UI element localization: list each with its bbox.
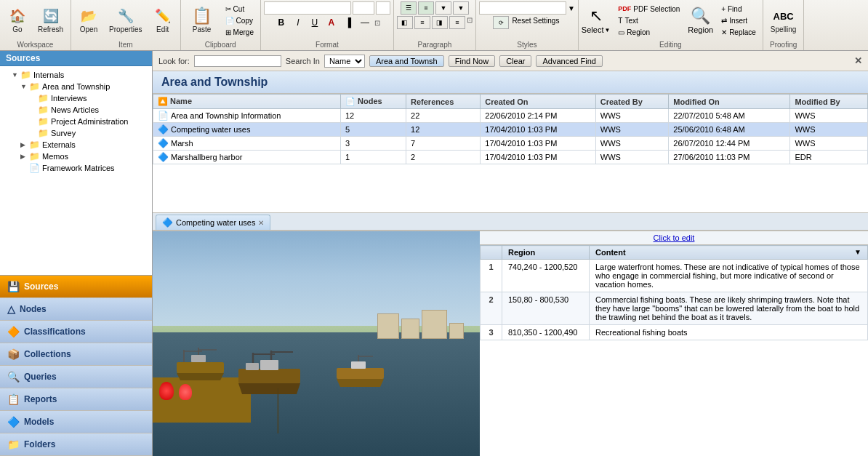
col-created-by[interactable]: Created By [595, 95, 669, 109]
font-color-button[interactable]: A [324, 16, 339, 29]
search-in-label: Search In [286, 57, 320, 65]
tree-item-area-township[interactable]: ▼ 📁 Area and Township [0, 81, 152, 92]
look-for-input[interactable] [194, 55, 281, 67]
sidebar-tree[interactable]: ▼ 📁 Internals ▼ 📁 Area and Township 📁 In… [0, 66, 152, 275]
list-number-button[interactable]: ≡ [418, 1, 434, 15]
reset-settings-button[interactable]: ⟳ [493, 16, 509, 29]
align-left-button[interactable]: ◧ [397, 16, 413, 29]
col-nodes[interactable]: 📄 Nodes [340, 95, 406, 109]
paragraph-expand[interactable]: ⊡ [467, 16, 473, 29]
style-expand[interactable]: ▼ [568, 4, 575, 12]
nav-item-queries[interactable]: 🔍 Queries [0, 366, 152, 388]
nav-item-models[interactable]: 🔷 Models [0, 411, 152, 433]
styles-group: ▼ ⟳ Reset Settings Styles [476, 0, 579, 50]
tree-item-externals[interactable]: ▶ 📁 Externals [0, 139, 152, 151]
open-button[interactable]: 📂 Open [74, 6, 103, 35]
col-created-on[interactable]: Created On [481, 95, 595, 109]
look-for-label: Look for: [158, 57, 190, 65]
edit-button[interactable]: ✏️ Edit [148, 6, 177, 35]
underline-button[interactable]: U [308, 16, 322, 29]
click-to-edit-link[interactable]: Click to edit [654, 233, 695, 242]
go-button[interactable]: 🏠 Go [3, 6, 32, 35]
italic-button[interactable]: I [291, 16, 305, 29]
edit-actions-col: + Find ⇄ Insert ✕ Replace [718, 4, 760, 38]
list-style2-button[interactable]: ▼ [453, 1, 469, 15]
highlight-button[interactable]: ▐ [341, 16, 355, 29]
pdf-selection-button[interactable]: PDF PDF Selection [614, 4, 683, 15]
nav-item-folders[interactable]: 📁 Folders [0, 433, 152, 456]
select-group: ↖ Select ▼ [582, 7, 611, 34]
cell-created-on: 17/04/2010 1:03 PM [481, 123, 595, 137]
col-modified-on[interactable]: Modified On [669, 95, 790, 109]
copy-button[interactable]: 📄 Copy [222, 15, 257, 26]
advanced-find-button[interactable]: Advanced Find [536, 55, 602, 67]
nav-item-reports[interactable]: 📋 Reports [0, 388, 152, 411]
format-label: Format [316, 41, 339, 49]
replace-button[interactable]: ⇄ Insert [718, 15, 760, 26]
cell-row-num: 2 [481, 292, 502, 325]
tree-item-survey[interactable]: 📁 Survey [0, 127, 152, 139]
strikethrough-button[interactable]: — [358, 16, 372, 29]
cell-region: 740,240 - 1200,520 [502, 260, 590, 292]
detail-scroll[interactable]: Region Content ▼ 1 740,240 - 1200 [480, 245, 868, 456]
select-btn[interactable]: Select ▼ [582, 25, 611, 34]
table-row[interactable]: 🔷Competing water uses 5 12 17/04/2010 1:… [153, 123, 868, 137]
cut-button[interactable]: ✂ Cut [222, 4, 257, 15]
col-name[interactable]: 🔼 Name [153, 95, 341, 109]
models-nav-label: Models [24, 417, 54, 427]
expand-externals-icon: ▶ [20, 141, 29, 148]
table-row[interactable]: 📄Area and Township Information 12 22 22/… [153, 109, 868, 123]
nav-item-sources[interactable]: 💾 Sources [0, 276, 152, 298]
clipboard-label: Clipboard [205, 41, 236, 49]
tree-item-news[interactable]: 📁 News Articles [0, 104, 152, 116]
col-content-header[interactable]: Content ▼ [590, 246, 868, 260]
table-row[interactable]: 🔷Marshallberg harbor 1 2 17/04/2010 1:03… [153, 151, 868, 164]
nav-item-nodes[interactable]: △ Nodes [0, 298, 152, 321]
nav-item-collections[interactable]: 📦 Collections [0, 343, 152, 366]
properties-button[interactable]: 🔧 Properties [105, 6, 147, 35]
region-button[interactable]: ▭ Region [614, 27, 683, 38]
refresh-button[interactable]: 🔄 Refresh [33, 6, 68, 35]
list-bullet-button[interactable]: ☰ [401, 1, 417, 15]
cell-nodes: 3 [340, 137, 406, 151]
insert-button[interactable]: + Find [718, 4, 760, 15]
col-references[interactable]: References [406, 95, 481, 109]
tree-item-project-admin[interactable]: 📁 Project Administration [0, 116, 152, 127]
align-justify-button[interactable]: ≡ [449, 16, 465, 29]
search-close-button[interactable]: ✕ [854, 55, 862, 66]
nav-item-classifications[interactable]: 🔶 Classifications [0, 321, 152, 343]
font-size[interactable] [353, 1, 374, 15]
select-icon[interactable]: ↖ [590, 7, 603, 25]
col-modified-by[interactable]: Modified By [790, 95, 868, 109]
tree-item-interviews[interactable]: 📁 Interviews [0, 92, 152, 104]
format-expand[interactable]: ⊡ [374, 19, 380, 27]
paste-button[interactable]: 📋 Paste [184, 6, 220, 35]
tab-close-button[interactable]: ✕ [258, 219, 264, 227]
filter-icon[interactable]: ▼ [854, 248, 861, 256]
tree-item-framework[interactable]: 📄 Framework Matrices [0, 162, 152, 174]
list-style-button[interactable]: ▼ [435, 1, 451, 15]
clear-button[interactable]: Clear [499, 55, 531, 67]
col-region-header[interactable]: Region [502, 246, 590, 260]
tree-item-internals[interactable]: ▼ 📁 Internals [0, 69, 152, 81]
bold-button[interactable]: B [274, 16, 289, 29]
find-now-button[interactable]: Find Now [449, 55, 495, 67]
delete-button[interactable]: ✕ Replace [718, 27, 760, 38]
tab-competing-water[interactable]: 🔷 Competing water uses ✕ [156, 215, 270, 230]
align-center-button[interactable]: ≡ [414, 16, 430, 29]
find-icon[interactable]: 🔍 [691, 7, 710, 25]
style-selector[interactable] [479, 1, 566, 15]
spelling-button[interactable]: ABC Spelling [766, 6, 801, 35]
proofing-label: Proofing [770, 41, 797, 49]
merge-button[interactable]: ⊞ Merge [222, 27, 257, 38]
table-row[interactable]: 🔷Marsh 3 7 17/04/2010 1:03 PM WWS 26/07/… [153, 137, 868, 151]
font-selector[interactable] [264, 1, 351, 15]
tree-item-memos[interactable]: ▶ 📁 Memos [0, 151, 152, 162]
memos-folder-icon: 📁 [29, 151, 40, 161]
search-in-select[interactable]: Name All [324, 55, 365, 68]
framework-label: Framework Matrices [42, 164, 115, 172]
align-right-button[interactable]: ◨ [432, 16, 448, 29]
text-button[interactable]: T Text [614, 15, 683, 26]
area-township-button[interactable]: Area and Townsh [369, 55, 444, 67]
cell-created-by: WWS [595, 123, 669, 137]
